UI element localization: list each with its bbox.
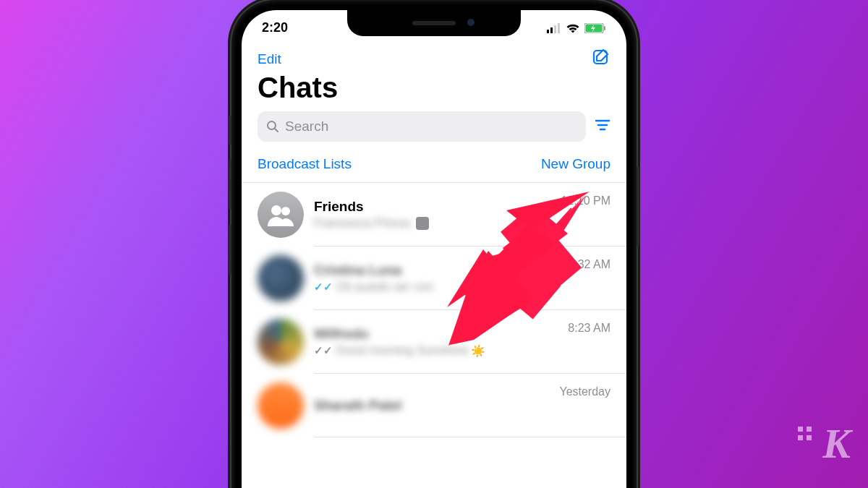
new-group-link[interactable]: New Group — [541, 156, 610, 172]
knowtechie-logo: K — [822, 419, 851, 468]
search-row: Search — [242, 111, 626, 152]
chat-name: Wilfredo — [314, 326, 558, 342]
svg-rect-0 — [547, 30, 549, 33]
avatar — [258, 382, 304, 429]
notch — [347, 10, 521, 36]
chat-time: 8:23 AM — [568, 322, 610, 335]
search-input[interactable]: Search — [258, 111, 586, 142]
chat-name: Sharath Patel — [314, 398, 549, 414]
nav-bar: Edit — [242, 38, 626, 72]
group-avatar-icon — [258, 192, 304, 238]
chat-preview: Francesca Prince: — [314, 216, 551, 231]
speaker-grille — [412, 21, 456, 25]
sticker-icon — [416, 217, 429, 230]
cellular-signal-icon — [547, 23, 561, 33]
delivered-receipt-icon: ✓✓ — [314, 344, 333, 357]
svg-rect-2 — [554, 25, 556, 33]
compose-button[interactable] — [592, 48, 610, 70]
avatar — [258, 319, 304, 365]
broadcast-lists-link[interactable]: Broadcast Lists — [258, 156, 352, 172]
power-button — [637, 166, 639, 246]
phone-screen: 2:20 Edit Chats Sea — [242, 10, 626, 488]
svg-rect-1 — [550, 27, 553, 33]
svg-point-13 — [271, 205, 281, 215]
filter-button[interactable] — [595, 119, 610, 134]
read-receipt-icon: ✓✓ — [314, 281, 333, 294]
front-camera — [467, 19, 475, 26]
svg-point-14 — [281, 207, 290, 215]
chat-time: 11:32 AM — [561, 258, 610, 271]
status-time: 2:20 — [262, 20, 288, 35]
mute-switch — [229, 116, 231, 145]
battery-charging-icon — [584, 23, 606, 33]
chat-time: Yesterday — [559, 385, 610, 398]
svg-rect-3 — [558, 23, 560, 33]
chat-name: Cristina Luna — [314, 262, 551, 278]
page-title: Chats — [242, 72, 626, 111]
chat-row[interactable]: Cristina Luna ✓✓ Oh puede ser con 11:32 … — [242, 247, 626, 310]
logo-dots — [798, 427, 812, 440]
volume-down-button — [229, 224, 231, 275]
chat-preview: ✓✓ Oh puede ser con — [314, 280, 551, 294]
avatar — [258, 255, 304, 301]
edit-button[interactable]: Edit — [258, 51, 281, 67]
wifi-icon — [566, 23, 580, 33]
chat-links-row: Broadcast Lists New Group — [242, 152, 626, 183]
sun-emoji-icon: ☀️ — [471, 344, 485, 358]
volume-up-button — [229, 159, 231, 210]
chat-row[interactable]: Sharath Patel Yesterday — [242, 374, 626, 437]
search-placeholder: Search — [285, 119, 328, 134]
chat-row[interactable]: Friends Francesca Prince: 12:10 PM — [242, 183, 626, 247]
svg-rect-6 — [604, 26, 605, 30]
chat-preview: ✓✓ Good morning Sunshine ☀️ — [314, 343, 558, 358]
chat-row[interactable]: Wilfredo ✓✓ Good morning Sunshine ☀️ 8:2… — [242, 310, 626, 374]
svg-line-9 — [275, 129, 278, 132]
search-icon — [266, 120, 279, 133]
chat-time: 12:10 PM — [561, 194, 610, 207]
phone-frame: 2:20 Edit Chats Sea — [231, 0, 637, 488]
chat-name: Friends — [314, 199, 551, 215]
